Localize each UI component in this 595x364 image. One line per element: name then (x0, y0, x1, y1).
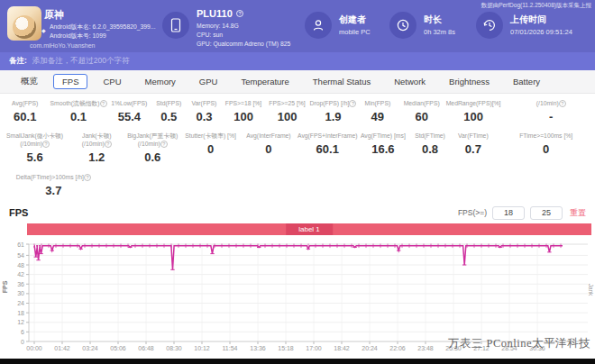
stat-label: BigJank(严重卡顿) (127, 132, 178, 140)
tab-network[interactable]: Network (382, 74, 437, 89)
fps-threshold-controls: FPS(>=) 重置 (458, 206, 586, 220)
reset-button[interactable]: 重置 (570, 207, 586, 219)
stat-value: 100 (278, 110, 298, 123)
tab-fps[interactable]: FPS (53, 74, 87, 89)
stat-label: MedRange(FPS)[%] (446, 99, 501, 107)
stat-label: Drop(FPS) [/h]? (310, 99, 357, 107)
stats-row-2: SmallJank(微小卡顿)(/10min)?5.6Jank(卡顿)(/10m… (0, 132, 595, 173)
stat-cell: FPS>=25 [%]100 (264, 99, 309, 132)
app-version-name: Android版本名: 6.2.0_39595820_399... (50, 23, 156, 32)
stat-value: 60.1 (316, 142, 339, 156)
svg-text:05:06: 05:06 (110, 345, 126, 351)
jank-axis-label: Jank (588, 278, 594, 302)
device-icon-circle (162, 12, 189, 39)
stat-label: Var(FTime) (458, 132, 489, 140)
stat-cell: MedRange(FPS)[%]100 (444, 99, 502, 132)
info-icon[interactable]: ? (160, 141, 168, 148)
tab-battery[interactable]: Battery (501, 74, 552, 89)
tab-cpu[interactable]: CPU (91, 74, 133, 89)
stat-cell: Min(FPS)49 (356, 99, 398, 132)
stat-value: 0.7 (465, 142, 481, 156)
stat-value: 60.1 (14, 110, 36, 123)
stat-value: 0.8 (422, 142, 438, 156)
fps-threshold-high-input[interactable] (530, 206, 563, 220)
annotation-band[interactable]: label 1 (27, 223, 591, 235)
tab-gpu[interactable]: GPU (188, 74, 230, 89)
device-info-icon[interactable]: ? (236, 10, 243, 17)
svg-text:6: 6 (21, 329, 24, 335)
stat-label: Smooth(流畅指数)? (50, 99, 106, 107)
stat-cell: Median(FPS)60 (398, 99, 444, 132)
note-bar[interactable]: 备注: 添加备注，不超过200个字符 (0, 52, 595, 70)
annotation-band-label[interactable]: label 1 (286, 223, 333, 235)
bottom-black-bar (0, 359, 595, 364)
stat-value: 100 (233, 110, 253, 123)
stat-value: 0.6 (144, 150, 160, 164)
stat-label: Stutter(卡顿率) [%] (185, 132, 236, 140)
fps-threshold-low-input[interactable] (492, 206, 525, 220)
note-placeholder[interactable]: 添加备注，不超过200个字符 (32, 56, 130, 67)
stat-label-line2: (/10min)? (82, 140, 112, 148)
info-icon[interactable]: ? (349, 100, 356, 107)
svg-text:15:18: 15:18 (278, 345, 294, 351)
info-icon[interactable]: ? (84, 174, 91, 181)
info-icon[interactable]: ? (559, 100, 566, 107)
stat-label: FPS>=25 [%] (269, 99, 305, 107)
history-clock-icon (482, 18, 497, 32)
clock-icon (396, 18, 410, 32)
tab-brightness[interactable]: Brightness (437, 74, 501, 89)
stat-value: 0 (265, 142, 271, 156)
tab-memory[interactable]: Memory (133, 74, 188, 89)
svg-text:36: 36 (17, 281, 24, 287)
stat-value: 55.4 (118, 110, 141, 123)
stat-label: (/10min)? (536, 99, 566, 107)
upload-time-value: 07/01/2026 09:51:24 (510, 28, 572, 36)
svg-text:00:00: 00:00 (26, 345, 42, 351)
stat-label: Var(FPS) (192, 99, 217, 107)
device-name: PLU110 (197, 8, 233, 19)
svg-text:10:12: 10:12 (194, 345, 210, 351)
stat-value: 100 (463, 110, 483, 123)
info-icon[interactable]: ? (105, 141, 112, 148)
svg-text:08:30: 08:30 (166, 345, 182, 351)
stat-label: FTime>=100ms [%] (519, 132, 572, 140)
stat-value: 1.2 (88, 150, 105, 164)
stat-value: 0.3 (196, 110, 212, 123)
stat-cell: Jank(卡顿)(/10min)?1.2 (69, 132, 124, 173)
svg-text:01:42: 01:42 (54, 345, 70, 351)
metric-tabs: 概览FPSCPUMemoryGPUTemperatureThermal Stat… (0, 70, 595, 94)
stat-value: 16.6 (371, 142, 394, 156)
svg-text:42: 42 (17, 271, 24, 278)
stats-row-3: Delta(FTime)>100ms [/h]?3.7 (0, 173, 595, 202)
info-icon[interactable]: ? (42, 141, 50, 148)
stats-panel: Avg(FPS)60.1Smooth(流畅指数)?0.11%Low(FPS)55… (0, 94, 595, 202)
stat-cell: Avg(FTime) [ms]16.6 (358, 132, 409, 173)
fps-chart-area: 6154484236302418126000:0001:4203:2405:06… (0, 237, 595, 359)
svg-text:22:06: 22:06 (389, 345, 406, 351)
tab-概览[interactable]: 概览 (9, 73, 50, 90)
info-icon[interactable]: ? (100, 100, 107, 107)
stat-label: FPS>=18 [%] (225, 99, 261, 107)
stat-cell: SmallJank(微小卡顿)(/10min)?5.6 (0, 132, 69, 173)
stat-label: Avg(FTime) [ms] (361, 132, 406, 140)
svg-text:20:24: 20:24 (362, 345, 378, 351)
stat-label: Delta(FTime)>100ms [/h]? (16, 173, 91, 181)
fps-section-header: FPS FPS(>=) 重置 (0, 202, 595, 223)
tab-temperature[interactable]: Temperature (229, 74, 300, 89)
stats-row-1: Avg(FPS)60.1Smooth(流畅指数)?0.11%Low(FPS)55… (0, 99, 595, 132)
creator-label: 创建者 (339, 14, 366, 26)
svg-text:0: 0 (21, 339, 24, 345)
watermark: 万表三 PConline太平洋科技 (448, 336, 590, 351)
person-icon (311, 18, 325, 32)
svg-text:30: 30 (17, 290, 24, 296)
stat-cell: Avg(InterFrame)0 (240, 132, 298, 173)
stat-cell: Avg(FPS)60.1 (0, 99, 50, 132)
perfdog-version-note: 数据由PerfDog(11.2.250408)版本采集上报 (481, 2, 591, 10)
creator-icon-circle (305, 12, 332, 39)
svg-text:12: 12 (17, 319, 24, 325)
stat-cell: FPS>=18 [%]100 (223, 99, 265, 132)
tab-thermal-status[interactable]: Thermal Status (301, 74, 382, 89)
stat-cell: (/10min)?- (502, 99, 595, 132)
stat-label: Median(FPS) (404, 99, 440, 107)
stat-label: Avg(FPS) (12, 99, 38, 107)
